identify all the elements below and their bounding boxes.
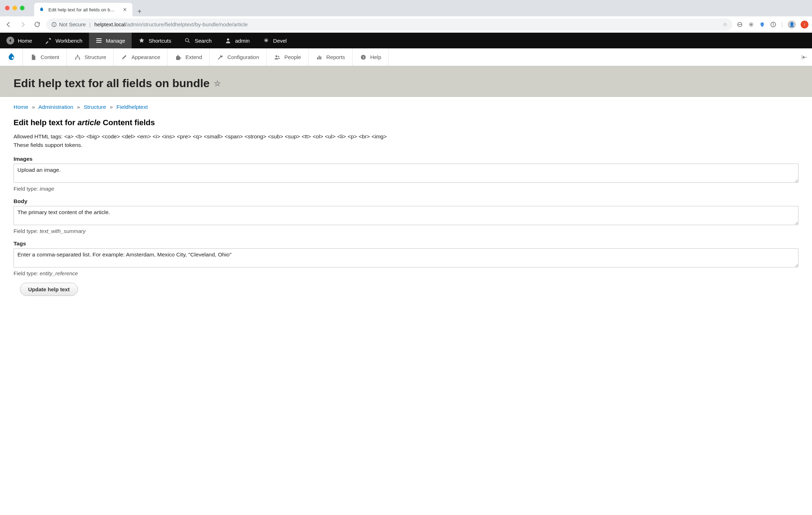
document-icon (30, 54, 37, 61)
extension-icon[interactable] (737, 21, 743, 28)
svg-point-7 (773, 25, 774, 26)
new-tab-button[interactable]: + (135, 6, 144, 16)
toolbar-home-label: Home (18, 38, 32, 44)
field-images-label: Images (14, 156, 798, 162)
back-circle-icon (6, 37, 14, 44)
info-icon (51, 22, 57, 27)
tab-bar: Edit help text for all fields on b… ✕ + (0, 0, 812, 16)
search-icon (184, 37, 191, 44)
hamburger-icon (95, 37, 102, 44)
admin-content-label: Content (41, 54, 59, 60)
close-window-button[interactable] (5, 6, 10, 10)
address-bar[interactable]: Not Secure | helptext.local/admin/struct… (46, 18, 732, 31)
toolbar-manage[interactable]: Manage (89, 33, 132, 48)
field-body: Body Field type: text_with_summary (14, 198, 798, 234)
browser-toolbar: Not Secure | helptext.local/admin/struct… (0, 16, 812, 33)
breadcrumb: Home » Administration » Structure » Fiel… (14, 104, 798, 110)
toolbar-workbench-label: Workbench (56, 38, 83, 44)
toolbar-user[interactable]: admin (218, 33, 256, 48)
admin-configuration[interactable]: Configuration (210, 48, 267, 66)
browser-tab-active[interactable]: Edit help text for all fields on b… ✕ (34, 3, 132, 16)
url-text: helptext.local/admin/structure/fieldhelp… (94, 21, 248, 27)
breadcrumb-administration[interactable]: Administration (38, 104, 73, 110)
update-badge-icon[interactable]: ↑ (801, 21, 808, 28)
back-button[interactable] (4, 20, 14, 30)
page-header-region: Edit help text for all fields on bundle … (0, 66, 812, 97)
svg-point-14 (79, 58, 80, 59)
svg-point-8 (185, 38, 189, 42)
svg-rect-17 (317, 57, 318, 59)
security-indicator[interactable]: Not Secure (51, 21, 86, 27)
toolbar-workbench[interactable]: Workbench (38, 33, 89, 48)
bar-chart-icon (316, 54, 323, 61)
puzzle-icon (175, 54, 182, 61)
field-tags-type: Field type: entity_reference (14, 270, 798, 276)
browser-chrome: Edit help text for all fields on b… ✕ + … (0, 0, 812, 33)
subtitle: Edit help text for article Content field… (14, 118, 798, 127)
field-tags-label: Tags (14, 240, 798, 247)
admin-appearance[interactable]: Appearance (114, 48, 168, 66)
tools-icon (45, 37, 52, 44)
drupal-logo-icon[interactable] (0, 48, 23, 66)
svg-point-4 (750, 23, 752, 25)
breadcrumb-fieldhelptext[interactable]: Fieldhelptext (116, 104, 148, 110)
admin-extend-label: Extend (185, 54, 202, 60)
svg-point-12 (77, 54, 78, 56)
window-controls (5, 6, 25, 10)
hierarchy-icon (74, 54, 81, 61)
admin-people[interactable]: People (267, 48, 309, 66)
admin-extend[interactable]: Extend (168, 48, 210, 66)
breadcrumb-structure[interactable]: Structure (84, 104, 106, 110)
svg-rect-19 (320, 56, 321, 59)
toolbar-devel-label: Devel (273, 38, 287, 44)
svg-text:?: ? (362, 55, 364, 59)
toolbar-manage-label: Manage (106, 38, 125, 44)
breadcrumb-home[interactable]: Home (14, 104, 28, 110)
minimize-window-button[interactable] (12, 6, 17, 10)
extension-icon[interactable] (759, 21, 765, 28)
svg-rect-2 (54, 24, 54, 26)
svg-point-9 (227, 38, 229, 41)
toolbar-user-label: admin (235, 38, 250, 44)
admin-menu: Content Structure Appearance Extend Conf… (0, 48, 812, 66)
admin-appearance-label: Appearance (131, 54, 160, 60)
drupal-toolbar: Home Workbench Manage Shortcuts Search a… (0, 33, 812, 48)
field-body-label: Body (14, 198, 798, 205)
drupal-favicon-icon (38, 6, 45, 13)
user-icon (225, 37, 232, 44)
tab-title: Edit help text for all fields on b… (48, 7, 118, 12)
toolbar-devel[interactable]: Devel (256, 33, 293, 48)
field-images-textarea[interactable] (14, 164, 798, 183)
maximize-window-button[interactable] (20, 6, 25, 10)
svg-point-13 (75, 58, 76, 59)
field-body-type: Field type: text_with_summary (14, 228, 798, 234)
svg-point-11 (11, 57, 13, 58)
extension-icon[interactable] (748, 21, 754, 28)
svg-point-16 (278, 55, 279, 57)
field-body-textarea[interactable] (14, 206, 798, 225)
extension-icons: | 👤 ↑ (737, 21, 808, 28)
wrench-icon (217, 54, 224, 61)
reload-button[interactable] (32, 20, 42, 30)
field-tags-textarea[interactable] (14, 248, 798, 267)
toolbar-search[interactable]: Search (178, 33, 218, 48)
close-tab-icon[interactable]: ✕ (122, 7, 128, 12)
admin-reports[interactable]: Reports (309, 48, 353, 66)
update-help-text-button[interactable]: Update help text (20, 283, 78, 296)
tab-strip: Edit help text for all fields on b… ✕ + (34, 3, 144, 16)
svg-point-1 (54, 23, 54, 24)
help-icon: ? (360, 54, 367, 61)
admin-help[interactable]: ? Help (353, 48, 389, 66)
extension-icon[interactable] (770, 21, 776, 28)
toolbar-home[interactable]: Home (0, 33, 38, 48)
forward-button[interactable] (18, 20, 28, 30)
admin-structure[interactable]: Structure (67, 48, 114, 66)
tray-orientation-toggle[interactable] (796, 48, 812, 66)
profile-avatar[interactable]: 👤 (788, 21, 796, 28)
shortcut-star-icon[interactable]: ☆ (214, 79, 221, 88)
bookmark-star-icon[interactable]: ☆ (723, 21, 727, 28)
admin-configuration-label: Configuration (227, 54, 259, 60)
toolbar-shortcuts[interactable]: Shortcuts (132, 33, 178, 48)
admin-help-label: Help (370, 54, 381, 60)
admin-content[interactable]: Content (23, 48, 67, 66)
